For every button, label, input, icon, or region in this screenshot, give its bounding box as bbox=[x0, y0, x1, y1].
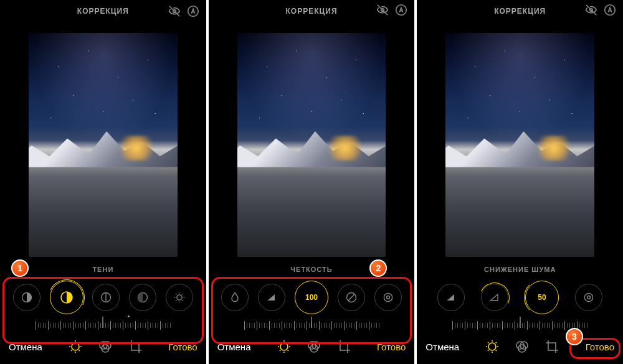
svg-point-6 bbox=[177, 295, 182, 300]
adjust-mode-icon[interactable] bbox=[68, 339, 83, 354]
svg-point-16 bbox=[280, 343, 288, 350]
svg-point-14 bbox=[384, 293, 392, 301]
auto-enhance-icon[interactable] bbox=[603, 3, 617, 19]
adjustment-dials[interactable]: 50 bbox=[417, 277, 623, 315]
value-slider[interactable]: /*noop*/ bbox=[0, 315, 206, 333]
mode-switcher bbox=[68, 339, 143, 354]
cancel-button[interactable]: Отмена bbox=[426, 342, 459, 352]
dial-item[interactable] bbox=[338, 284, 365, 311]
svg-point-24 bbox=[488, 343, 496, 350]
top-bar: КОРРЕКЦИЯ bbox=[0, 0, 206, 22]
done-button[interactable]: Готово bbox=[586, 342, 614, 352]
image-preview[interactable] bbox=[417, 22, 623, 263]
filters-mode-icon[interactable] bbox=[98, 339, 113, 354]
top-icons bbox=[584, 3, 617, 19]
filters-mode-icon[interactable] bbox=[515, 339, 530, 354]
preview-toggle-icon[interactable] bbox=[168, 4, 181, 18]
top-icons bbox=[376, 3, 408, 19]
top-icons bbox=[168, 4, 200, 18]
preview-toggle-icon[interactable] bbox=[584, 3, 598, 19]
cancel-button[interactable]: Отмена bbox=[9, 342, 42, 352]
preview-toggle-icon[interactable] bbox=[376, 3, 389, 19]
screen-title: КОРРЕКЦИЯ bbox=[77, 7, 129, 16]
adjustment-dials[interactable] bbox=[0, 277, 206, 315]
bottom-bar: Отмена Готово bbox=[209, 333, 415, 364]
auto-enhance-icon[interactable] bbox=[186, 4, 200, 18]
value-slider[interactable] bbox=[417, 315, 623, 333]
parameter-label: СНИЖЕНИЕ ШУМА bbox=[417, 263, 623, 277]
dial-item-active[interactable] bbox=[50, 281, 83, 314]
done-button[interactable]: Готово bbox=[377, 342, 406, 352]
editor-panel-1: КОРРЕКЦИЯ 1 ТЕНИ /*noop*/ О bbox=[0, 0, 206, 364]
dial-item[interactable] bbox=[374, 284, 402, 311]
cancel-button[interactable]: Отмена bbox=[217, 342, 251, 352]
dial-item[interactable] bbox=[166, 284, 193, 311]
done-button[interactable]: Готово bbox=[168, 342, 197, 352]
mode-switcher bbox=[277, 339, 351, 354]
dial-item[interactable] bbox=[258, 284, 285, 311]
svg-point-7 bbox=[72, 343, 79, 350]
svg-point-15 bbox=[386, 296, 389, 299]
callout-badge: 3 bbox=[566, 328, 583, 345]
top-bar: КОРРЕКЦИЯ bbox=[209, 0, 415, 22]
dial-item[interactable] bbox=[129, 284, 156, 311]
crop-mode-icon[interactable] bbox=[545, 339, 559, 354]
dial-item-active[interactable]: 50 bbox=[525, 281, 559, 314]
parameter-label: ТЕНИ bbox=[0, 263, 206, 277]
image-preview[interactable] bbox=[209, 22, 415, 263]
adjust-mode-icon[interactable] bbox=[485, 339, 500, 354]
image-preview[interactable] bbox=[0, 22, 206, 263]
dial-item[interactable] bbox=[13, 284, 40, 311]
svg-point-22 bbox=[585, 293, 593, 301]
top-bar: КОРРЕКЦИЯ bbox=[417, 0, 623, 22]
crop-mode-icon[interactable] bbox=[128, 339, 143, 354]
dial-item[interactable] bbox=[575, 284, 602, 311]
mode-switcher bbox=[485, 339, 559, 354]
editor-panel-2: КОРРЕКЦИЯ 2 ЧЕТКОСТЬ 100 Отмена Готово bbox=[209, 0, 415, 364]
bottom-bar: Отмена Готово bbox=[0, 333, 206, 364]
svg-point-23 bbox=[587, 296, 591, 299]
value-slider[interactable] bbox=[209, 315, 415, 333]
adjust-mode-icon[interactable] bbox=[277, 339, 292, 354]
dial-item[interactable] bbox=[221, 284, 249, 311]
bottom-bar: Отмена Готово 3 bbox=[417, 333, 623, 364]
dial-item[interactable] bbox=[92, 284, 120, 311]
dial-item-active[interactable]: 100 bbox=[295, 281, 328, 314]
crop-mode-icon[interactable] bbox=[336, 339, 351, 354]
callout-badge: 1 bbox=[11, 259, 29, 277]
auto-enhance-icon[interactable] bbox=[394, 3, 408, 19]
dial-item[interactable] bbox=[437, 284, 465, 311]
screen-title: КОРРЕКЦИЯ bbox=[494, 7, 546, 16]
filters-mode-icon[interactable] bbox=[307, 339, 321, 354]
screen-title: КОРРЕКЦИЯ bbox=[286, 7, 338, 16]
adjustment-dials[interactable]: 100 bbox=[209, 277, 415, 315]
editor-panel-3: КОРРЕКЦИЯ СНИЖЕНИЕ ШУМА 50 Отмена Готово… bbox=[417, 0, 623, 364]
dial-item[interactable] bbox=[481, 284, 508, 311]
